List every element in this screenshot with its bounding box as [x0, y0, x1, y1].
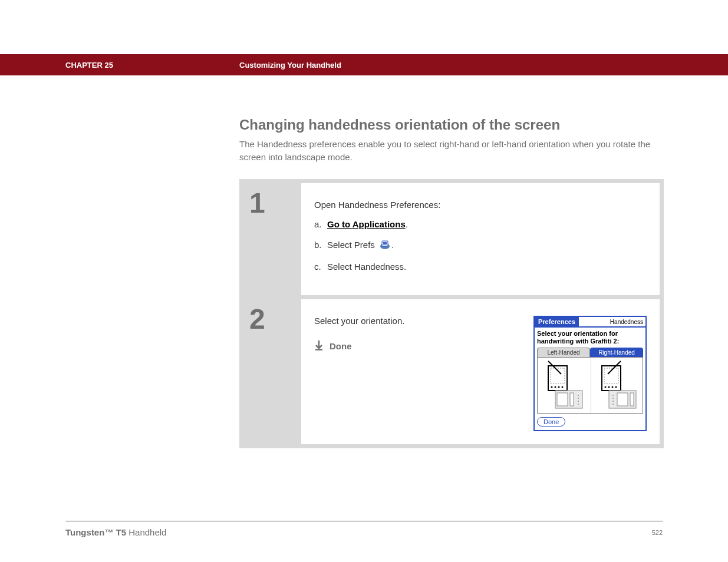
- footer-product-rest: Handheld: [126, 527, 166, 537]
- substep-letter: c.: [314, 262, 321, 272]
- substep-text: Select Handedness.: [327, 262, 406, 272]
- svg-point-26: [615, 386, 617, 388]
- svg-point-9: [551, 386, 553, 388]
- step-number: 2: [249, 305, 301, 333]
- palm-title-right: Handedness: [608, 319, 645, 325]
- palm-titlebar: Preferences Handedness: [535, 317, 645, 328]
- svg-point-11: [558, 386, 560, 388]
- handedness-screenshot: Preferences Handedness Select your orien…: [533, 316, 647, 431]
- substep-b: b. Select Prefs .: [314, 240, 647, 252]
- section-title: Customizing Your Handheld: [239, 61, 341, 70]
- step-body-text-2: Select your orientation. Done: [314, 316, 522, 431]
- svg-rect-15: [557, 393, 568, 406]
- page-heading: Changing handedness orientation of the s…: [239, 117, 663, 133]
- preview-left-handed: [538, 358, 591, 413]
- svg-point-33: [612, 401, 614, 402]
- footer-product-bold: Tungsten™ T5: [65, 527, 126, 537]
- svg-point-25: [612, 386, 614, 388]
- tab-right-handed[interactable]: Right-Handed: [590, 348, 643, 357]
- svg-rect-29: [617, 393, 628, 406]
- palm-body: Select your orientation for handwriting …: [535, 328, 645, 430]
- svg-point-34: [612, 404, 614, 405]
- svg-rect-30: [630, 393, 634, 406]
- done-arrow-icon: [314, 340, 324, 352]
- header-inner: CHAPTER 25 Customizing Your Handheld: [65, 61, 663, 70]
- substep-c: c. Select Handedness.: [314, 262, 647, 272]
- done-label: Done: [330, 341, 352, 351]
- substep-list: a. Go to Applications. b. Select Prefs .…: [314, 219, 647, 272]
- substep-letter: b.: [314, 240, 322, 250]
- palm-tabs: Left-Handed Right-Handed: [537, 348, 643, 357]
- step-row-1: 1 Open Handedness Preferences: a. Go to …: [243, 183, 660, 300]
- palm-title-left: Preferences: [535, 317, 579, 326]
- step-body-1: Open Handedness Preferences: a. Go to Ap…: [301, 183, 660, 296]
- chapter-header-band: CHAPTER 25 Customizing Your Handheld: [0, 54, 728, 75]
- step-body-2: Select your orientation. Done Preference…: [301, 299, 660, 444]
- preview-right-handed: [591, 358, 644, 413]
- palm-prompt: Select your orientation for handwriting …: [537, 330, 643, 345]
- svg-rect-16: [570, 393, 574, 406]
- svg-point-17: [578, 395, 579, 396]
- substep-letter: a.: [314, 219, 322, 229]
- svg-point-32: [612, 398, 614, 399]
- palm-previews: [537, 357, 643, 414]
- steps-container: 1 Open Handedness Preferences: a. Go to …: [239, 179, 664, 449]
- prefs-icon: [378, 240, 390, 251]
- palm-prompt-line2: handwriting with Graffiti 2:: [537, 338, 619, 345]
- step-number-cell: 1: [243, 183, 301, 296]
- substep-suffix: .: [391, 240, 394, 250]
- step-lead: Select your orientation.: [314, 316, 522, 326]
- svg-point-23: [605, 386, 607, 388]
- step-number-cell: 2: [243, 299, 301, 444]
- palm-prompt-line1: Select your orientation for: [537, 330, 618, 337]
- footer-product: Tungsten™ T5 Handheld: [65, 527, 166, 537]
- go-to-applications-link[interactable]: Go to Applications: [327, 219, 406, 229]
- content-area: Changing handedness orientation of the s…: [65, 75, 663, 448]
- substep-suffix: .: [406, 219, 408, 229]
- page-footer: Tungsten™ T5 Handheld 522: [65, 521, 663, 537]
- palm-done-button[interactable]: Done: [537, 417, 565, 427]
- step-body-text-1: Open Handedness Preferences: a. Go to Ap…: [314, 200, 647, 283]
- svg-point-18: [578, 398, 579, 399]
- footer-page-number: 522: [652, 529, 663, 536]
- svg-point-10: [555, 386, 556, 388]
- intro-paragraph: The Handedness preferences enable you to…: [239, 138, 663, 164]
- step-row-2: 2 Select your orientation. Done Preferen…: [243, 299, 660, 444]
- done-row: Done: [314, 340, 522, 352]
- substep-prefix: Select Prefs: [327, 240, 377, 250]
- svg-point-31: [612, 395, 614, 396]
- tab-left-handed[interactable]: Left-Handed: [537, 348, 590, 357]
- svg-point-12: [562, 386, 564, 388]
- substep-a: a. Go to Applications.: [314, 219, 647, 229]
- svg-point-19: [578, 401, 579, 402]
- step-lead: Open Handedness Preferences:: [314, 200, 647, 210]
- step-number: 1: [249, 189, 301, 217]
- svg-point-20: [578, 404, 579, 405]
- svg-point-24: [608, 386, 610, 388]
- chapter-label: CHAPTER 25: [65, 61, 239, 70]
